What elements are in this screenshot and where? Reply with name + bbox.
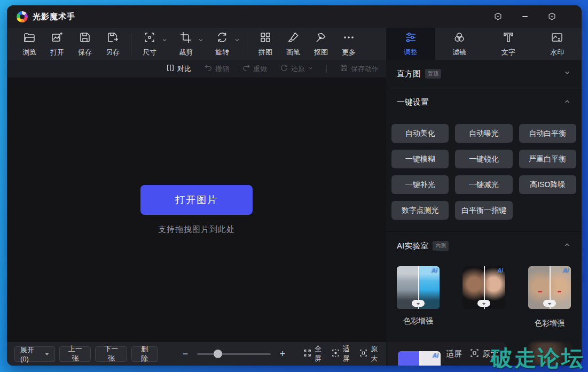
before-after-toggle-icon[interactable]: ◂▸ xyxy=(477,300,490,307)
hexagon-settings-icon[interactable] xyxy=(547,12,557,22)
original-size-icon xyxy=(469,348,480,360)
ai-thumb-color-enhance-3[interactable]: Ai ◂▸ 色彩增强 xyxy=(528,266,571,328)
more-button[interactable]: 更多 xyxy=(337,31,360,57)
digital-spot-metering-button[interactable]: 数字点测光 xyxy=(391,201,449,220)
chevron-down-icon[interactable] xyxy=(234,36,240,45)
save-action-button[interactable]: 保存动作 xyxy=(340,64,379,74)
brush-button[interactable]: 画笔 xyxy=(281,31,305,57)
before-after-thumbnail[interactable]: Ai ◂▸ xyxy=(528,266,571,309)
next-image-button[interactable]: 下一张 xyxy=(95,346,127,362)
zoom-in-button[interactable]: + xyxy=(277,348,288,360)
ai-thumb-color-enhance-1[interactable]: Ai ◂▸ 色彩增强 xyxy=(397,266,440,328)
zoom-slider-knob[interactable] xyxy=(214,350,222,358)
minimize-button[interactable] xyxy=(522,16,528,17)
fit-screen-label: 适屏 xyxy=(343,344,351,363)
expand-dropdown[interactable]: 展开(0) xyxy=(14,346,55,362)
secondary-toolbar: 对比 撤销 重做 还原 保存动作 xyxy=(7,60,386,78)
ai-badge-icon: Ai xyxy=(432,267,437,274)
undo-button[interactable]: 撤销 xyxy=(204,64,229,74)
fit-screen-label[interactable]: 适屏 xyxy=(446,349,462,359)
zoom-slider-group: − + xyxy=(180,348,288,360)
quick-settings-grid: 自动美化 自动曝光 自动白平衡 一键模糊 一键锐化 严重白平衡 一键补光 一键减… xyxy=(386,117,582,231)
floppy-arrow-icon xyxy=(106,31,119,45)
one-key-sharpen-button[interactable]: 一键锐化 xyxy=(455,150,512,168)
tab-text-label: 文字 xyxy=(501,48,515,57)
grid-icon xyxy=(259,31,272,45)
one-key-fill-light-button[interactable]: 一键补光 xyxy=(391,175,449,194)
crop-button[interactable]: 裁剪 xyxy=(174,31,198,57)
quick-settings-header[interactable]: 一键设置 xyxy=(386,88,582,117)
tab-watermark[interactable]: 水印 xyxy=(533,28,582,60)
chevron-up-icon[interactable] xyxy=(563,98,571,107)
chevron-down-icon[interactable] xyxy=(563,69,571,79)
auto-exposure-button[interactable]: 自动曝光 xyxy=(455,124,512,143)
pen-nib-icon xyxy=(315,31,327,45)
chevron-up-icon[interactable] xyxy=(563,241,571,251)
before-after-toggle-icon[interactable]: ◂▸ xyxy=(412,300,425,307)
fullscreen-label: 全屏 xyxy=(315,344,323,363)
auto-white-balance-button[interactable]: 自动白平衡 xyxy=(519,124,576,143)
window-controls xyxy=(493,12,572,22)
one-key-dim-light-button[interactable]: 一键减光 xyxy=(455,175,512,194)
high-iso-denoise-button[interactable]: 高ISO降噪 xyxy=(519,175,576,194)
save-as-label: 另存 xyxy=(106,48,120,57)
fit-screen-button[interactable]: 适屏 xyxy=(331,344,351,363)
tab-filter[interactable]: 滤镜 xyxy=(435,28,484,60)
hexagon-badge-icon[interactable] xyxy=(493,12,503,22)
fullscreen-button[interactable]: 全屏 xyxy=(303,344,323,363)
one-key-blur-button[interactable]: 一键模糊 xyxy=(391,150,449,168)
tab-filter-label: 滤镜 xyxy=(452,48,466,57)
rotate-button[interactable]: 旋转 xyxy=(210,31,234,57)
before-after-toggle-icon[interactable]: ◂▸ xyxy=(543,300,556,307)
compare-label: 对比 xyxy=(177,64,191,74)
drag-hint-text: 支持拖拽图片到此处 xyxy=(158,224,235,235)
redo-icon xyxy=(242,64,250,74)
ai-thumb-color-enhance-2[interactable]: Ai ◂▸ xyxy=(462,266,505,328)
compare-button[interactable]: 对比 xyxy=(166,64,191,74)
browse-button[interactable]: 浏览 xyxy=(18,31,41,57)
save-action-icon xyxy=(340,64,348,74)
image-canvas[interactable]: 打开图片 支持拖拽图片到此处 xyxy=(7,78,386,342)
tab-text[interactable]: 文字 xyxy=(484,28,533,60)
tab-adjust[interactable]: 调整 xyxy=(386,28,435,60)
save-label: 保存 xyxy=(78,48,92,57)
delete-image-button[interactable]: 删除 xyxy=(131,346,158,362)
partial-ai-thumbnail[interactable]: Ai xyxy=(398,351,441,366)
restore-button[interactable]: 还原 xyxy=(280,64,313,74)
rotate-label: 旋转 xyxy=(215,48,229,57)
ai-thumbnail-row: Ai ◂▸ 色彩增强 Ai ◂▸ Ai ◂▸ 色彩增强 xyxy=(386,260,582,328)
pinned-badge: 置顶 xyxy=(425,69,441,79)
compare-icon xyxy=(166,64,175,74)
toolbar-divider xyxy=(247,34,247,54)
auto-beautify-button[interactable]: 自动美化 xyxy=(391,124,449,143)
redo-button[interactable]: 重做 xyxy=(242,64,267,74)
ai-badge-icon: Ai xyxy=(563,267,569,274)
zoom-out-button[interactable]: − xyxy=(180,348,191,360)
crop-icon xyxy=(179,31,192,45)
before-after-thumbnail[interactable]: Ai ◂▸ xyxy=(462,266,505,309)
cutout-button[interactable]: 抠图 xyxy=(309,31,333,57)
zoom-slider[interactable] xyxy=(197,353,271,355)
save-as-button[interactable]: 另存 xyxy=(101,31,124,57)
save-button[interactable]: 保存 xyxy=(73,31,97,57)
collage-label: 拼图 xyxy=(258,48,272,57)
open-button[interactable]: 打开 xyxy=(45,31,69,57)
fullscreen-icon xyxy=(303,348,312,359)
histogram-section-header[interactable]: 直方图 置顶 xyxy=(386,60,582,88)
severe-white-balance-button[interactable]: 严重白平衡 xyxy=(519,150,576,168)
image-plus-icon xyxy=(51,31,64,45)
titlebar: 光影魔术手 xyxy=(7,5,582,28)
before-after-thumbnail[interactable]: Ai ◂▸ xyxy=(397,266,440,309)
tab-watermark-label: 水印 xyxy=(550,48,564,57)
adjust-panel: 直方图 置顶 一键设置 自动美化 自动曝光 自动白平衡 一键模糊 一键锐化 严重… xyxy=(386,60,582,366)
collage-button[interactable]: 拼图 xyxy=(254,31,277,57)
size-button[interactable]: 尺寸 xyxy=(138,31,161,57)
prev-image-button[interactable]: 上一张 xyxy=(59,346,91,362)
white-balance-one-touch-button[interactable]: 白平衡一指键 xyxy=(455,201,512,220)
histogram-title: 直方图 xyxy=(397,69,421,79)
ai-lab-header[interactable]: AI实验室 内测 xyxy=(386,231,582,260)
original-size-button[interactable]: 原大 xyxy=(359,344,379,363)
open-image-button[interactable]: 打开图片 xyxy=(140,185,253,215)
chevron-down-icon[interactable] xyxy=(161,36,168,45)
chevron-down-icon[interactable] xyxy=(198,36,204,45)
